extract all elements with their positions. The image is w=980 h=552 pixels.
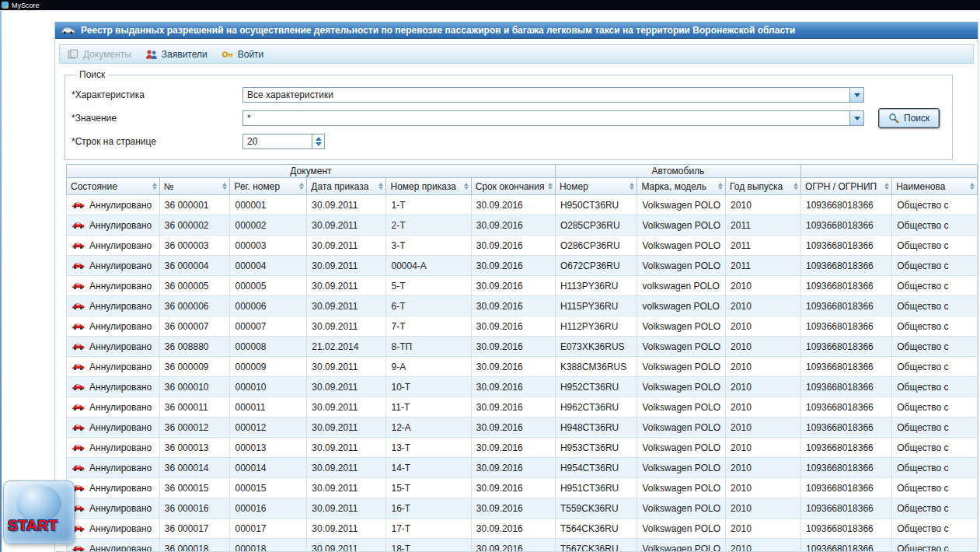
table-cell: 2010: [726, 539, 801, 552]
table-row[interactable]: Аннулировано36 00001800001830.09.201118-…: [67, 539, 978, 552]
table-cell: 30.09.2016: [471, 397, 555, 417]
table-row[interactable]: Аннулировано36 00000400000430.09.2011000…: [67, 256, 978, 276]
toolbar-item-applicants[interactable]: Заявители: [145, 49, 208, 60]
table-row[interactable]: Аннулировано36 00001100001130.09.201111-…: [67, 397, 978, 417]
table-cell: Volkswagen POLO: [637, 316, 726, 337]
table-cell: 13-Т: [386, 438, 471, 458]
table-cell: 36 000015: [159, 478, 230, 498]
chevron-down-icon[interactable]: [849, 88, 863, 102]
search-icon: [888, 113, 899, 124]
column-header-name[interactable]: Наименова: [892, 178, 978, 195]
start-overlay-button[interactable]: START: [3, 480, 75, 544]
column-header-status[interactable]: Состояние: [67, 178, 160, 195]
column-label: Рег. номер: [234, 181, 298, 192]
red-car-icon: [71, 383, 85, 391]
sort-icon[interactable]: [793, 180, 798, 192]
table-row[interactable]: Аннулировано36 00888000000821.02.20148-Т…: [67, 337, 978, 357]
column-header-reg-number[interactable]: Рег. номер: [230, 178, 307, 195]
sort-icon[interactable]: [152, 180, 157, 192]
table-row[interactable]: Аннулировано36 00000600000630.09.20116-Т…: [67, 296, 978, 316]
table-row[interactable]: Аннулировано36 00001700001730.09.201117-…: [67, 519, 978, 539]
table-cell: volkswagen POLO: [637, 276, 726, 296]
window-left-border: [0, 11, 2, 552]
toolbar-item-label: Документы: [83, 49, 131, 60]
table-row[interactable]: Аннулировано36 00000200000230.09.20112-Т…: [67, 215, 978, 236]
table-cell: 36 008880: [159, 337, 230, 357]
column-header-ogrn[interactable]: ОГРН / ОГРНИП: [800, 178, 891, 195]
table-row[interactable]: Аннулировано36 00001200001230.09.201112-…: [67, 417, 978, 438]
column-header-year[interactable]: Год выпуска: [726, 178, 801, 195]
rows-per-page-input[interactable]: 20: [242, 134, 312, 149]
table-row[interactable]: Аннулировано36 00001500001530.09.201115-…: [67, 478, 978, 498]
table-cell: 30.09.2011: [307, 276, 386, 296]
start-label: START: [8, 517, 58, 534]
table-row[interactable]: Аннулировано36 00000100000130.09.20111-Т…: [67, 195, 978, 215]
table-cell: 000010: [230, 377, 307, 397]
sort-icon[interactable]: [548, 180, 553, 192]
column-header-order-number[interactable]: Номер приказа: [386, 178, 471, 195]
table-cell: 16-Т: [386, 498, 471, 519]
table-cell: 30.09.2016: [471, 296, 555, 316]
sort-icon[interactable]: [299, 180, 304, 192]
table-cell: 7-Т: [386, 316, 471, 337]
status-text: Аннулировано: [89, 442, 152, 453]
table-cell: 36 000011: [159, 397, 230, 417]
rows-per-page-label: *Строк на странице: [71, 136, 242, 147]
table-cell: 10-Т: [386, 377, 471, 397]
table-row[interactable]: Аннулировано36 00000500000530.09.20115-Т…: [67, 276, 978, 296]
status-text: Аннулировано: [89, 260, 152, 271]
table-row[interactable]: Аннулировано36 00001400001430.09.201114-…: [67, 458, 978, 478]
table-row[interactable]: Аннулировано36 00001300001330.09.201113-…: [67, 438, 978, 458]
table-row[interactable]: Аннулировано36 00001600001630.09.201116-…: [67, 498, 978, 519]
table-cell: 30.09.2011: [307, 236, 386, 256]
table-cell: 30.09.2016: [471, 236, 555, 256]
status-text: Аннулировано: [89, 402, 152, 413]
table-cell: T564CK36RU: [555, 519, 637, 539]
value-combobox[interactable]: *: [242, 110, 864, 126]
column-header-number[interactable]: №: [159, 178, 230, 195]
table-cell: 36 000017: [159, 519, 230, 539]
status-text: Аннулировано: [89, 341, 152, 352]
sort-icon[interactable]: [884, 180, 889, 192]
sort-icon[interactable]: [970, 180, 975, 192]
sort-icon[interactable]: [222, 180, 227, 192]
table-cell: Общество с: [892, 316, 978, 337]
column-header-plate[interactable]: Номер: [555, 178, 637, 195]
table-cell: 36 000010: [159, 377, 230, 397]
table-cell: 1093668018366: [800, 397, 891, 417]
table-cell: Общество с: [892, 539, 978, 552]
column-header-order-date[interactable]: Дата приказа: [307, 178, 386, 195]
table-cell: 1093668018366: [800, 539, 891, 552]
table-cell: 30.09.2016: [471, 377, 555, 397]
characteristic-combobox[interactable]: Все характеристики: [242, 87, 864, 103]
sort-icon[interactable]: [378, 180, 383, 192]
column-header-expiry-date[interactable]: Срок окончания: [471, 178, 555, 195]
characteristic-value: Все характеристики: [243, 88, 849, 102]
window-title: MyScore: [12, 2, 40, 9]
table-cell: 000015: [230, 478, 307, 498]
column-label: Год выпуска: [730, 181, 792, 192]
up-down-arrows-icon[interactable]: [312, 134, 325, 149]
status-cell: Аннулировано: [67, 458, 160, 478]
table-row[interactable]: Аннулировано36 00000700000730.09.20117-Т…: [67, 316, 978, 337]
status-text: Аннулировано: [89, 483, 152, 494]
sort-icon[interactable]: [718, 180, 723, 192]
table-row[interactable]: Аннулировано36 00000300000330.09.20113-Т…: [67, 236, 978, 256]
table-cell: 2011: [726, 215, 801, 236]
table-cell: 14-Т: [386, 458, 471, 478]
table-cell: 36 000014: [159, 458, 230, 478]
table-cell: 2010: [726, 357, 801, 377]
sort-icon[interactable]: [464, 180, 469, 192]
table-row[interactable]: Аннулировано36 00001000001030.09.201110-…: [67, 377, 978, 397]
column-header-make-model[interactable]: Марка, модель: [637, 178, 726, 195]
toolbar: Документы Заявители Войти: [59, 44, 974, 64]
toolbar-item-login[interactable]: Войти: [221, 49, 264, 60]
table-cell: 1093668018366: [800, 215, 891, 236]
table-cell: 000008: [230, 337, 307, 357]
table-cell: 1093668018366: [800, 458, 891, 478]
search-button[interactable]: Поиск: [878, 108, 940, 128]
red-car-icon: [71, 241, 85, 250]
chevron-down-icon[interactable]: [849, 111, 863, 125]
sort-icon[interactable]: [630, 180, 634, 192]
table-row[interactable]: Аннулировано36 00000900000930.09.20119-А…: [67, 357, 978, 377]
